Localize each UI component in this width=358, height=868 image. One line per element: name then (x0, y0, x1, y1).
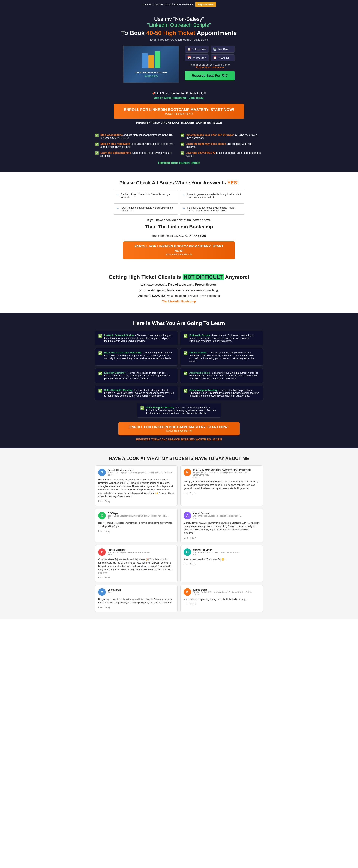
like-button[interactable]: Like (98, 606, 102, 609)
testimonial-card: A Akash Jaiswal 2nd | Overseas Education… (180, 509, 263, 542)
testimonial-name: Kamal Deep (193, 588, 252, 591)
reserve-seat-button[interactable]: Reserve Seat For ₹47 (185, 71, 235, 80)
reply-button[interactable]: Reply (190, 492, 196, 495)
learn-item: ✅Follow-Up Scripts - Learn the art of fo… (180, 331, 263, 345)
info-badge-live: 🖥️ Live Class (211, 45, 235, 53)
reply-button[interactable]: Reply (105, 606, 110, 609)
check-icon: ✅ (98, 334, 102, 338)
like-button[interactable]: Like (184, 603, 188, 606)
checkbox-item: ↔I want to get top quality leads without… (114, 204, 178, 215)
learn-item: ✅Automation Tools - Streamline your Link… (180, 368, 263, 383)
checkbox-icon: ↔ (116, 193, 119, 196)
reply-button[interactable]: Reply (105, 577, 110, 579)
like-button[interactable]: Like (184, 536, 188, 539)
reply-button[interactable]: Reply (190, 563, 196, 565)
testimonial-card: G Gaurajjeet Singh 2nd | Educator and On… (180, 545, 263, 582)
testimonial-actions: Like Reply (184, 492, 260, 495)
not-difficult-heading: Getting High Ticket Clients is NOT DIFFI… (4, 274, 354, 280)
reply-button[interactable]: Reply (105, 530, 110, 532)
benefit-item: ✅Stop wasting time and get high ticket a… (95, 133, 178, 140)
act-now-text: 📣 Act Now... Limited to 50 Seats Only!!! (4, 92, 354, 95)
hero-line1: Use my "Non-Salesy" "LinkedIn Outreach S… (4, 16, 354, 28)
hero-line2: To Book 40-50 High Ticket Appointments (4, 30, 354, 36)
checkbox-section: Please Check All Boxes Where Your Answer… (0, 173, 358, 267)
like-button[interactable]: Like (184, 563, 188, 565)
check-icon: ✅ (95, 133, 99, 137)
checkbox-item: ↔I'm tired of rejection and don't know h… (114, 190, 178, 201)
avatar: P (98, 549, 106, 556)
learn-heading: Here is What You Are Going To Learn (4, 320, 354, 326)
testimonial-header: G Gaurajjeet Singh 2nd | Educator and On… (184, 549, 260, 556)
testimonial-time: 3mo ··· (193, 476, 260, 478)
enroll-button-learn[interactable]: ENROLL FOR LINKEDIN BOOTCAMP MASTERY: ST… (118, 422, 240, 435)
like-button[interactable]: Like (98, 577, 102, 579)
like-button[interactable]: Like (184, 492, 188, 495)
checkbox-icon: ↔ (183, 207, 185, 210)
learn-check-icon: ✅ (140, 406, 144, 410)
testimonial-meta: 3rd+ (108, 591, 121, 593)
testimonials-grid: S Satesh Khubchandani Stephen2 • 2nd | D… (95, 465, 263, 612)
benefit-item: ✅Leverage 100% FREE AI tools to automate… (180, 151, 263, 157)
checkbox-icon: ↔ (183, 193, 185, 196)
testimonial-name: Rajesh (MSME AND MID-CAREER HIGH PERFORM… (193, 469, 260, 471)
hero-section: Use my "Non-Salesy" "LinkedIn Outreach S… (0, 9, 358, 89)
testimonial-header: C C S Veps 2nd+ | Sales Leadership | Ele… (98, 512, 174, 519)
check-icon: ✅ (95, 151, 99, 155)
testimonial-time: 2mo ··· (108, 474, 174, 476)
testimonial-text: Re: your resilience in pushing through w… (98, 598, 174, 604)
benefits-section: ✅Stop wasting time and get high ticket a… (0, 130, 358, 173)
testimonial-name: Prince Bhargav (108, 549, 152, 551)
checkbox-heading: Please Check All Boxes Where Your Answer… (4, 180, 354, 186)
testimonial-actions: Like Reply (98, 530, 174, 532)
testimonial-text: lots of learning. Practical demonstratio… (98, 521, 174, 528)
banner-register-button[interactable]: Register Now (196, 2, 216, 7)
avatar: G (184, 549, 191, 556)
testimonial-meta: Stephen2 • 3rd+ | Purchasing Advisor | B… (193, 591, 252, 593)
learn-item: ✅Profile Secrets - Optimize your LinkedI… (180, 348, 263, 366)
reply-button[interactable]: Reply (190, 536, 196, 539)
testimonial-meta: Stephen2 • 2nd | Digital Marketing Agenc… (108, 471, 174, 474)
enroll-button-top[interactable]: ENROLL FOR LINKEDIN BOOTCAMP MASTERY: ST… (114, 104, 244, 119)
check-icon: ✅ (98, 351, 102, 355)
limited-launch-text: Limited time launch price! (4, 161, 354, 168)
testimonial-actions: Like Reply (184, 603, 260, 606)
checkbox-item: ↔I want to generate more leads for my bu… (180, 190, 244, 201)
testimonial-card: K Kamal Deep Stephen2 • 3rd+ | Purchasin… (180, 585, 263, 612)
like-button[interactable]: Like (98, 500, 102, 503)
testimonial-time: 4mo ··· (108, 553, 152, 556)
testimonial-text: Congratulations Raj, on your incredible … (98, 558, 174, 575)
testimonial-time: 3mo ··· (193, 553, 240, 556)
testimonial-card: P Prince Bhargav Stephen2 • 2nd | Recrui… (95, 545, 178, 582)
top-banner: Attention Coaches, Consultants & Markete… (0, 0, 358, 9)
testimonial-header: A Akash Jaiswal 2nd | Overseas Education… (184, 512, 260, 519)
bootcamp-title: The Linkedin Bootcamp (114, 300, 244, 303)
testimonial-actions: Like Reply (98, 577, 174, 579)
reply-button[interactable]: Reply (190, 603, 196, 606)
avatar: R (184, 469, 191, 476)
check-icon: ✅ (180, 151, 184, 155)
any-text: If you have checked ANY of the boxes abo… (4, 218, 354, 222)
hero-subtitle: Even If You Don't Use LinkedIn On Daily … (4, 38, 354, 41)
time-icon: ⏰ (213, 56, 217, 60)
benefits-grid: ✅Stop wasting time and get high ticket a… (95, 133, 263, 157)
learn-item: ✅Linkedin Extractor - Harness the power … (95, 368, 178, 383)
avatar: K (184, 588, 191, 596)
testimonial-header: P Prince Bhargav Stephen2 • 2nd | Recrui… (98, 549, 174, 556)
testimonial-header: V Venkata Gri 3rd+ (98, 588, 174, 596)
testimonial-time: 3mo ··· (193, 593, 252, 595)
testimonial-text: This guy is an artist! Structured by Raj… (184, 480, 260, 490)
see-more-link[interactable]: see more (98, 571, 108, 574)
reply-button[interactable]: Reply (105, 500, 110, 503)
enroll-button-checkbox[interactable]: ENROLL FOR LINKEDIN BOOTCAMP MASTERY: ST… (123, 241, 235, 259)
testimonial-actions: Like Reply (184, 563, 260, 565)
check-icon: ✅ (180, 143, 184, 146)
learn-item-center: ✅ Sales Navigator Mastery - Uncover the … (137, 403, 221, 417)
testimonial-name: Akash Jaiswal (193, 512, 241, 515)
like-button[interactable]: Like (98, 530, 102, 532)
not-difficult-para1: With easy access to Free AI tools and a … (114, 283, 244, 286)
not-difficult-para3: And that's EXACTLY what I'm going to rev… (114, 294, 244, 298)
testimonial-time: 3mo ··· (193, 517, 241, 519)
check-icon: ✅ (183, 334, 187, 338)
testimonial-text: It was a great session. Thank you Raj 😊 (184, 558, 260, 561)
testimonial-card: R Rajesh (MSME AND MID-CAREER HIGH PERFO… (180, 465, 263, 506)
